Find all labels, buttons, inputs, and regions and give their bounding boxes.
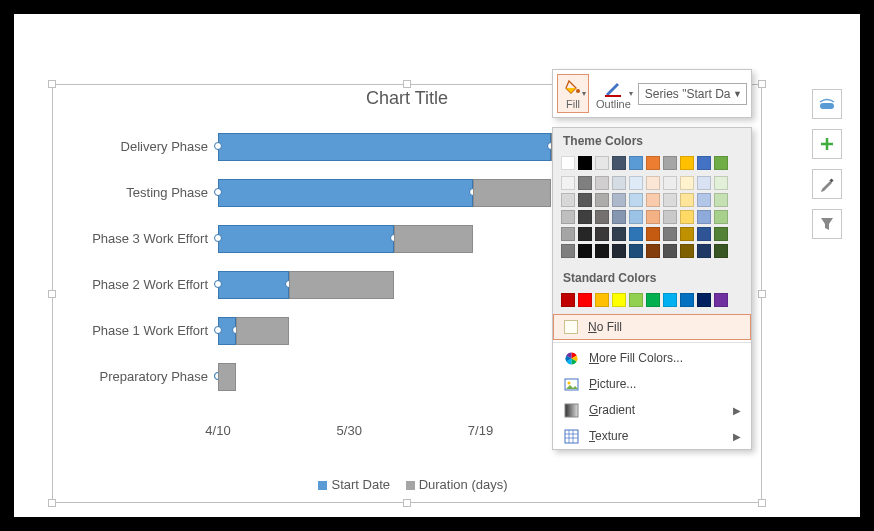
- color-swatch[interactable]: [561, 156, 575, 170]
- chart-filter-button[interactable]: [812, 209, 842, 239]
- color-swatch[interactable]: [714, 293, 728, 307]
- color-swatch[interactable]: [680, 156, 694, 170]
- color-swatch[interactable]: [578, 210, 592, 224]
- color-swatch[interactable]: [578, 156, 592, 170]
- color-swatch[interactable]: [612, 227, 626, 241]
- color-swatch[interactable]: [612, 244, 626, 258]
- color-swatch[interactable]: [697, 210, 711, 224]
- color-swatch[interactable]: [680, 244, 694, 258]
- resize-handle[interactable]: [48, 80, 56, 88]
- bar-duration[interactable]: [473, 179, 552, 207]
- color-swatch[interactable]: [629, 210, 643, 224]
- series-handle[interactable]: [214, 326, 222, 334]
- color-swatch[interactable]: [697, 244, 711, 258]
- add-chart-element-button[interactable]: [812, 129, 842, 159]
- color-swatch[interactable]: [578, 193, 592, 207]
- series-handle[interactable]: [214, 234, 222, 242]
- color-swatch[interactable]: [663, 210, 677, 224]
- color-swatch[interactable]: [714, 244, 728, 258]
- color-swatch[interactable]: [663, 176, 677, 190]
- texture-fill-item[interactable]: Texture ▶: [553, 423, 751, 449]
- chart-elements-button[interactable]: [812, 89, 842, 119]
- bar-start-date[interactable]: [218, 225, 394, 253]
- series-handle[interactable]: [214, 188, 222, 196]
- color-swatch[interactable]: [697, 193, 711, 207]
- color-swatch[interactable]: [663, 227, 677, 241]
- color-swatch[interactable]: [663, 156, 677, 170]
- bar-start-date[interactable]: [218, 317, 236, 345]
- series-handle[interactable]: [214, 280, 222, 288]
- color-swatch[interactable]: [578, 293, 592, 307]
- chart-styles-button[interactable]: [812, 169, 842, 199]
- color-swatch[interactable]: [629, 176, 643, 190]
- color-swatch[interactable]: [578, 176, 592, 190]
- color-swatch[interactable]: [646, 293, 660, 307]
- color-swatch[interactable]: [561, 293, 575, 307]
- color-swatch[interactable]: [646, 210, 660, 224]
- fill-button[interactable]: ▾ Fill: [557, 74, 589, 113]
- color-swatch[interactable]: [680, 227, 694, 241]
- color-swatch[interactable]: [595, 293, 609, 307]
- outline-button[interactable]: ▾ Outline: [591, 74, 636, 113]
- resize-handle[interactable]: [403, 499, 411, 507]
- color-swatch[interactable]: [612, 210, 626, 224]
- resize-handle[interactable]: [403, 80, 411, 88]
- color-swatch[interactable]: [646, 227, 660, 241]
- color-swatch[interactable]: [714, 193, 728, 207]
- resize-handle[interactable]: [48, 290, 56, 298]
- color-swatch[interactable]: [714, 156, 728, 170]
- color-swatch[interactable]: [561, 244, 575, 258]
- color-swatch[interactable]: [646, 156, 660, 170]
- color-swatch[interactable]: [646, 244, 660, 258]
- color-swatch[interactable]: [595, 156, 609, 170]
- bar-duration[interactable]: [236, 317, 289, 345]
- color-swatch[interactable]: [680, 176, 694, 190]
- bar-duration[interactable]: [394, 225, 473, 253]
- color-swatch[interactable]: [595, 210, 609, 224]
- color-swatch[interactable]: [629, 293, 643, 307]
- color-swatch[interactable]: [612, 293, 626, 307]
- color-swatch[interactable]: [561, 193, 575, 207]
- color-swatch[interactable]: [595, 244, 609, 258]
- color-swatch[interactable]: [595, 176, 609, 190]
- color-swatch[interactable]: [697, 227, 711, 241]
- bar-duration[interactable]: [218, 363, 236, 391]
- resize-handle[interactable]: [758, 290, 766, 298]
- color-swatch[interactable]: [595, 227, 609, 241]
- color-swatch[interactable]: [680, 293, 694, 307]
- color-swatch[interactable]: [714, 210, 728, 224]
- color-swatch[interactable]: [646, 193, 660, 207]
- series-selector[interactable]: Series "Start Da ▼: [638, 83, 747, 105]
- series-handle[interactable]: [214, 142, 222, 150]
- color-swatch[interactable]: [646, 176, 660, 190]
- gradient-fill-item[interactable]: Gradient ▶: [553, 397, 751, 423]
- bar-start-date[interactable]: [218, 133, 551, 161]
- color-swatch[interactable]: [697, 156, 711, 170]
- color-swatch[interactable]: [612, 193, 626, 207]
- bar-start-date[interactable]: [218, 271, 289, 299]
- color-swatch[interactable]: [663, 193, 677, 207]
- bar-start-date[interactable]: [218, 179, 473, 207]
- color-swatch[interactable]: [663, 293, 677, 307]
- color-swatch[interactable]: [561, 210, 575, 224]
- color-swatch[interactable]: [714, 227, 728, 241]
- chart-legend[interactable]: Start Date Duration (days): [53, 477, 761, 492]
- bar-duration[interactable]: [289, 271, 394, 299]
- more-fill-colors-item[interactable]: More Fill Colors...: [553, 345, 751, 371]
- color-swatch[interactable]: [697, 176, 711, 190]
- color-swatch[interactable]: [697, 293, 711, 307]
- color-swatch[interactable]: [663, 244, 677, 258]
- color-swatch[interactable]: [612, 176, 626, 190]
- color-swatch[interactable]: [561, 227, 575, 241]
- color-swatch[interactable]: [629, 244, 643, 258]
- color-swatch[interactable]: [612, 156, 626, 170]
- picture-fill-item[interactable]: Picture...: [553, 371, 751, 397]
- color-swatch[interactable]: [629, 193, 643, 207]
- color-swatch[interactable]: [578, 227, 592, 241]
- color-swatch[interactable]: [680, 193, 694, 207]
- resize-handle[interactable]: [758, 80, 766, 88]
- resize-handle[interactable]: [48, 499, 56, 507]
- resize-handle[interactable]: [758, 499, 766, 507]
- color-swatch[interactable]: [595, 193, 609, 207]
- color-swatch[interactable]: [561, 176, 575, 190]
